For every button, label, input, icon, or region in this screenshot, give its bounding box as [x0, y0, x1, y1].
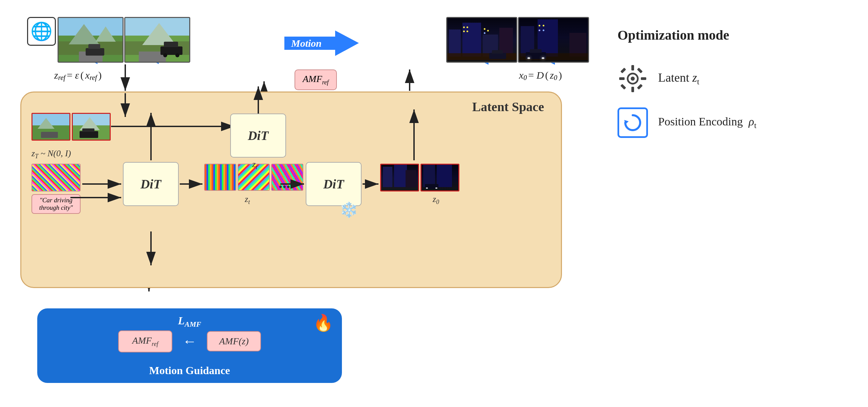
pos-enc-legend-text: Position Encoding ρt — [658, 115, 756, 130]
dit-box-top: DiT — [230, 114, 286, 158]
gear-icon — [617, 63, 648, 94]
amf-ref-top-box: AMFref — [295, 69, 337, 90]
position-encoding-icon — [623, 113, 643, 133]
legend-item-latent: Latent zt — [617, 63, 841, 94]
main-container: 🌐 — [0, 0, 868, 407]
z0-frames — [380, 164, 459, 191]
z0-label: z0 — [433, 194, 439, 206]
svg-rect-34 — [641, 77, 646, 80]
dit-box-1: DiT — [123, 162, 179, 206]
zt-top-label: zt — [252, 159, 257, 171]
svg-rect-35 — [621, 68, 626, 74]
svg-rect-38 — [637, 68, 643, 74]
amf-ref-top-label: AMF — [303, 74, 322, 84]
dit-box-2: DiT — [306, 162, 362, 206]
svg-rect-32 — [631, 87, 634, 92]
zt-middle-label: zt — [245, 194, 250, 206]
l-amf-label: LAMF — [178, 314, 201, 329]
gear-icon-box — [617, 63, 648, 94]
text-prompt-label: "Car driving through city" — [31, 194, 81, 214]
svg-rect-36 — [637, 84, 643, 90]
zt-label: zT ~ N(0, I) — [31, 148, 71, 160]
svg-rect-31 — [631, 65, 634, 70]
left-arrow-guidance: ← — [182, 334, 197, 348]
amf-ref-bottom-label: AMFref — [118, 330, 172, 352]
svg-point-30 — [631, 77, 635, 81]
amf-z-label: AMF(z) — [207, 331, 261, 351]
output-frames-group — [446, 17, 589, 65]
zt-noise-frame: "Car driving through city" — [31, 164, 81, 214]
fire-icon: 🔥 — [313, 313, 333, 332]
globe-icon-box: 🌐 — [27, 17, 56, 46]
x0-equation: x0 = D ( z0 ) — [519, 69, 562, 82]
latent-space-box: Latent Space zT ~ N(0, I) — [20, 91, 562, 288]
legend-item-pos-enc: Position Encoding ρt — [617, 107, 841, 138]
diagram-area: 🌐 — [20, 14, 596, 393]
motion-label: Motion — [291, 38, 322, 49]
legend-area: Optimization mode Lat — [611, 14, 848, 151]
optimization-mode-title: Optimization mode — [617, 27, 841, 43]
z-ref-equation: zref = ε ( xref ) — [54, 69, 102, 82]
ref-frames-small — [31, 113, 111, 141]
latent-space-title: Latent Space — [472, 99, 544, 114]
svg-rect-37 — [621, 84, 626, 90]
motion-arrow-container: Motion — [284, 30, 359, 56]
ref-frames-group — [58, 17, 190, 64]
svg-rect-33 — [619, 77, 625, 80]
motion-guidance-title: Motion Guidance — [149, 364, 230, 377]
pos-enc-icon-box — [617, 107, 648, 138]
motion-guidance-box: LAMF 🔥 AMFref ← AMF(z) Motion Guidance — [37, 308, 342, 383]
snowflake-icon: ❄️ — [340, 201, 358, 219]
dots-label: ... — [279, 174, 290, 192]
latent-legend-text: Latent zt — [658, 70, 699, 86]
